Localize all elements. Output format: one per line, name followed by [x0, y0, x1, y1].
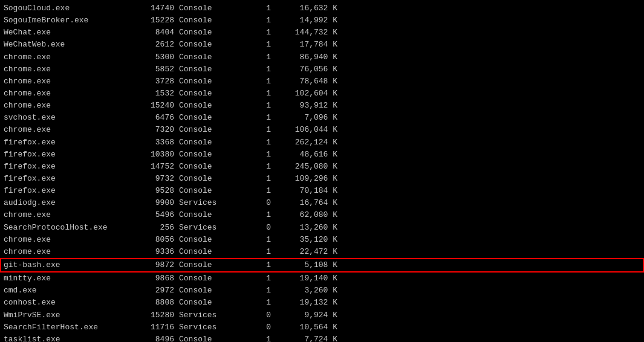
process-name: cmd.exe — [4, 285, 137, 297]
process-num: 1 — [239, 76, 276, 88]
process-pid: 14740 — [137, 2, 179, 15]
table-row: firefox.exe 3368 Console 1 262,124 K — [0, 137, 644, 149]
process-pid: 15240 — [137, 100, 179, 112]
table-row: svchost.exe 6476 Console 1 7,096 K — [0, 112, 644, 124]
process-name: chrome.exe — [4, 88, 137, 100]
process-pid: 5300 — [137, 51, 179, 63]
process-name: firefox.exe — [4, 173, 137, 185]
process-name: chrome.exe — [4, 100, 137, 112]
process-num: 1 — [239, 334, 276, 342]
process-name: chrome.exe — [4, 124, 137, 136]
process-mem: 102,604 K — [276, 88, 342, 100]
process-num: 0 — [239, 321, 276, 334]
process-num: 0 — [239, 222, 276, 234]
table-row: SogouCloud.exe 14740 Console 1 16,632 K — [0, 2, 644, 15]
process-session: Console — [179, 246, 239, 258]
process-mem: 14,992 K — [276, 15, 342, 27]
process-name: chrome.exe — [4, 246, 137, 258]
process-name: WmiPrvSE.exe — [4, 309, 137, 321]
process-num: 1 — [239, 285, 276, 297]
process-mem: 3,260 K — [276, 285, 342, 297]
process-pid: 2972 — [137, 285, 179, 297]
process-name: firefox.exe — [4, 137, 137, 149]
process-mem: 78,648 K — [276, 76, 342, 88]
process-session: Services — [179, 309, 239, 321]
table-row: firefox.exe 9528 Console 1 70,184 K — [0, 185, 644, 197]
table-row: chrome.exe 5300 Console 1 86,940 K — [0, 51, 644, 63]
process-name: firefox.exe — [4, 161, 137, 173]
process-num: 0 — [239, 197, 276, 209]
table-row: firefox.exe 10380 Console 1 48,616 K — [0, 149, 644, 161]
process-num: 1 — [239, 209, 276, 221]
process-pid: 8056 — [137, 234, 179, 246]
table-row: mintty.exe 9868 Console 1 19,140 K — [0, 273, 644, 285]
process-mem: 70,184 K — [276, 185, 342, 197]
table-row: cmd.exe 2972 Console 1 3,260 K — [0, 285, 644, 297]
process-num: 1 — [239, 100, 276, 112]
table-row: tasklist.exe 8496 Console 1 7,724 K — [0, 334, 644, 342]
process-pid: 15280 — [137, 309, 179, 321]
process-num: 1 — [239, 173, 276, 185]
table-row: SearchProtocolHost.exe 256 Services 0 13… — [0, 222, 644, 234]
process-pid: 9872 — [137, 259, 179, 271]
process-mem: 22,472 K — [276, 246, 342, 258]
process-pid: 3728 — [137, 76, 179, 88]
process-mem: 48,616 K — [276, 149, 342, 161]
table-row: WmiPrvSE.exe 15280 Services 0 9,924 K — [0, 309, 644, 321]
process-session: Console — [179, 334, 239, 342]
process-session: Console — [179, 39, 239, 51]
process-num: 0 — [239, 309, 276, 321]
process-mem: 106,044 K — [276, 124, 342, 136]
process-mem: 19,132 K — [276, 297, 342, 309]
table-row: git-bash.exe 9872 Console 1 5,108 K — [0, 258, 644, 273]
process-num: 1 — [239, 234, 276, 246]
process-name: mintty.exe — [4, 273, 137, 285]
process-session: Console — [179, 88, 239, 100]
process-num: 1 — [239, 161, 276, 173]
process-num: 1 — [239, 2, 276, 15]
process-name: firefox.exe — [4, 149, 137, 161]
process-name: chrome.exe — [4, 76, 137, 88]
process-num: 1 — [239, 137, 276, 149]
process-pid: 256 — [137, 222, 179, 234]
process-table: SogouCloud.exe 14740 Console 1 16,632 K … — [0, 2, 644, 342]
process-name: SearchFilterHost.exe — [4, 321, 137, 334]
table-row: chrome.exe 5496 Console 1 62,080 K — [0, 209, 644, 221]
process-mem: 144,732 K — [276, 27, 342, 39]
process-mem: 62,080 K — [276, 209, 342, 221]
process-mem: 9,924 K — [276, 309, 342, 321]
process-name: firefox.exe — [4, 185, 137, 197]
process-pid: 8496 — [137, 334, 179, 342]
process-pid: 6476 — [137, 112, 179, 124]
table-row: chrome.exe 9336 Console 1 22,472 K — [0, 246, 644, 258]
process-session: Console — [179, 173, 239, 185]
process-num: 1 — [239, 185, 276, 197]
process-session: Services — [179, 222, 239, 234]
table-row: chrome.exe 3728 Console 1 78,648 K — [0, 76, 644, 88]
process-name: SogouImeBroker.exe — [4, 15, 137, 27]
process-name: chrome.exe — [4, 51, 137, 63]
process-mem: 109,296 K — [276, 173, 342, 185]
process-session: Console — [179, 297, 239, 309]
process-session: Console — [179, 234, 239, 246]
process-session: Console — [179, 112, 239, 124]
process-pid: 3368 — [137, 137, 179, 149]
process-pid: 9868 — [137, 273, 179, 285]
process-pid: 14752 — [137, 161, 179, 173]
process-name: WeChat.exe — [4, 27, 137, 39]
process-num: 1 — [239, 51, 276, 63]
process-name: SogouCloud.exe — [4, 2, 137, 15]
process-pid: 5852 — [137, 63, 179, 76]
process-name: SearchProtocolHost.exe — [4, 222, 137, 234]
process-num: 1 — [239, 112, 276, 124]
process-session: Console — [179, 76, 239, 88]
table-row: SearchFilterHost.exe 11716 Services 0 10… — [0, 321, 644, 334]
table-row: chrome.exe 8056 Console 1 35,120 K — [0, 234, 644, 246]
process-name: tasklist.exe — [4, 334, 137, 342]
process-num: 1 — [239, 15, 276, 27]
table-row: chrome.exe 15240 Console 1 93,912 K — [0, 100, 644, 112]
process-session: Console — [179, 124, 239, 136]
process-mem: 10,564 K — [276, 321, 342, 334]
process-num: 1 — [239, 88, 276, 100]
process-pid: 9900 — [137, 197, 179, 209]
